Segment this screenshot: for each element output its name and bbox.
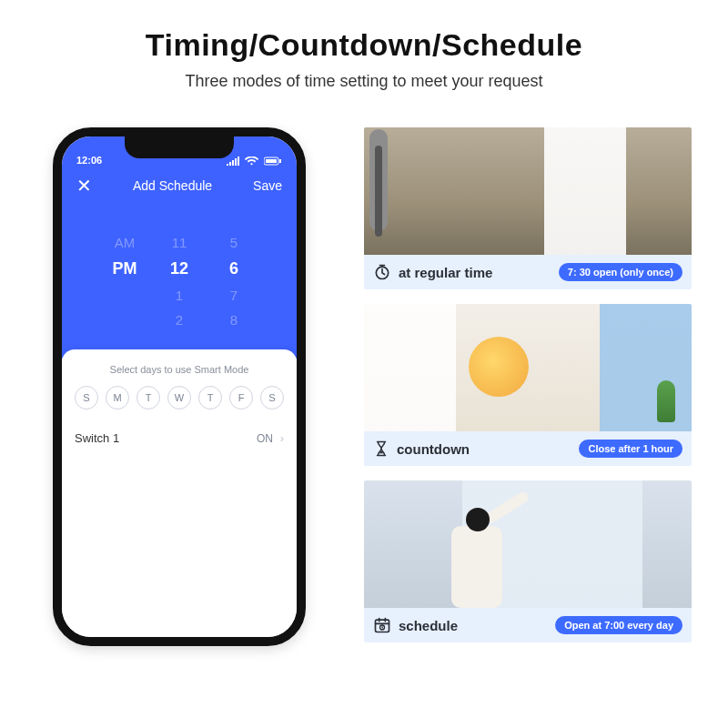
options-sheet: Select days to use Smart Mode S M T W T … [62,349,297,637]
phone-mockup: 12:06 ✕ Add Schedule Save AM PM [53,127,306,646]
person-silhouette [446,508,508,608]
mode-card-regular: at regular time 7: 30 open (only once) [364,127,692,289]
phone-notch [125,136,234,158]
day-selector: S M T W T F S [75,386,284,410]
room-photo [364,127,692,255]
room-photo [364,480,692,608]
mode-label: schedule [399,618,458,633]
day-mon[interactable]: M [106,386,129,410]
battery-icon [264,157,282,166]
day-sat[interactable]: S [260,386,284,410]
screen-title: Add Schedule [133,178,212,193]
svg-rect-2 [279,159,281,163]
mode-pill: Open at 7:00 every day [555,616,682,634]
room-photo [364,304,692,431]
mode-pill: Close after 1 hour [579,440,682,458]
day-sun[interactable]: S [75,386,98,410]
page-title: Timing/Countdown/Schedule [0,27,728,63]
switch-row[interactable]: Switch 1 ON › [75,428,284,449]
save-button[interactable]: Save [253,178,282,193]
smart-mode-hint: Select days to use Smart Mode [75,364,284,375]
picker-hour[interactable]: 11 12 1 2 [152,204,207,359]
mode-label: countdown [397,441,470,457]
signal-icon [227,157,239,166]
calendar-icon [373,616,391,634]
status-time: 12:06 [76,155,102,166]
mode-card-countdown: countdown Close after 1 hour [364,304,692,466]
mode-card-schedule: schedule Open at 7:00 every day [364,480,692,642]
switch-value: ON [257,432,273,445]
mode-pill: 7: 30 open (only once) [559,263,682,281]
mode-label: at regular time [399,265,492,280]
picker-minute[interactable]: 5 6 7 8 [207,204,261,359]
svg-rect-1 [266,159,277,163]
page-subtitle: Three modes of time setting to meet your… [0,72,728,91]
day-tue[interactable]: T [136,386,160,410]
switch-label: Switch 1 [75,431,119,445]
day-thu[interactable]: T [198,386,222,410]
time-picker[interactable]: AM PM 11 12 1 2 5 6 7 [62,204,297,359]
day-wed[interactable]: W [167,386,191,410]
hourglass-icon [373,440,389,458]
picker-ampm[interactable]: AM PM [97,204,152,359]
status-indicators [227,155,282,166]
chevron-right-icon: › [280,431,284,445]
wifi-icon [245,157,258,166]
close-button[interactable]: ✕ [76,177,92,195]
day-fri[interactable]: F [229,386,253,410]
clock-icon [373,263,391,281]
